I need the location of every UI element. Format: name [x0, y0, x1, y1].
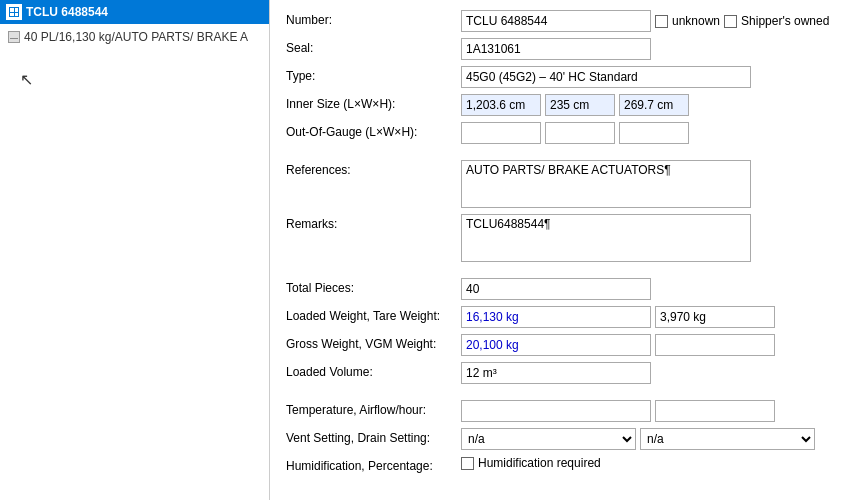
- loaded-weight-controls: [461, 306, 848, 328]
- unknown-checkbox[interactable]: [655, 15, 668, 28]
- total-pieces-label: Total Pieces:: [286, 278, 461, 295]
- remarks-label: Remarks:: [286, 214, 461, 231]
- out-of-gauge-label: Out-Of-Gauge (L×W×H):: [286, 122, 461, 139]
- gross-weight-input[interactable]: [461, 334, 651, 356]
- temperature-controls: [461, 400, 848, 422]
- humidification-row: Humidification, Percentage: Humidificati…: [286, 456, 848, 473]
- unknown-checkbox-wrapper: unknown: [655, 14, 720, 28]
- loaded-weight-row: Loaded Weight, Tare Weight:: [286, 306, 848, 328]
- inner-w-input[interactable]: [545, 94, 615, 116]
- total-pieces-controls: [461, 278, 848, 300]
- seal-input[interactable]: [461, 38, 651, 60]
- gross-weight-controls: [461, 334, 848, 356]
- out-of-gauge-row: Out-Of-Gauge (L×W×H):: [286, 122, 848, 144]
- tree-checkbox: —: [8, 31, 20, 43]
- remarks-controls: TCLU6488544¶: [461, 214, 848, 262]
- loaded-weight-label: Loaded Weight, Tare Weight:: [286, 306, 461, 323]
- gross-weight-label: Gross Weight, VGM Weight:: [286, 334, 461, 351]
- unknown-label: unknown: [672, 14, 720, 28]
- number-label: Number:: [286, 10, 461, 27]
- inner-size-label: Inner Size (L×W×H):: [286, 94, 461, 111]
- inner-l-input[interactable]: [461, 94, 541, 116]
- remarks-row: Remarks: TCLU6488544¶: [286, 214, 848, 262]
- container-icon: [6, 4, 22, 20]
- remarks-textarea[interactable]: TCLU6488544¶: [461, 214, 751, 262]
- gross-weight-row: Gross Weight, VGM Weight:: [286, 334, 848, 356]
- type-label: Type:: [286, 66, 461, 83]
- loaded-volume-row: Loaded Volume:: [286, 362, 848, 384]
- type-row: Type:: [286, 66, 848, 88]
- humidification-checkbox[interactable]: [461, 457, 474, 470]
- loaded-volume-label: Loaded Volume:: [286, 362, 461, 379]
- seal-row: Seal:: [286, 38, 848, 60]
- number-row: Number: unknown Shipper's owned: [286, 10, 848, 32]
- references-textarea[interactable]: AUTO PARTS/ BRAKE ACTUATORS¶: [461, 160, 751, 208]
- out-w-input[interactable]: [545, 122, 615, 144]
- left-panel: TCLU 6488544 — 40 PL/16,130 kg/AUTO PART…: [0, 0, 270, 500]
- cursor: ↖: [0, 50, 269, 109]
- tree-item: — 40 PL/16,130 kg/AUTO PARTS/ BRAKE A: [0, 24, 269, 50]
- loaded-volume-input[interactable]: [461, 362, 651, 384]
- references-controls: AUTO PARTS/ BRAKE ACTUATORS¶: [461, 160, 848, 208]
- humidification-req-label: Humidification required: [478, 456, 601, 470]
- inner-h-input[interactable]: [619, 94, 689, 116]
- seal-controls: [461, 38, 848, 60]
- tree-item-label: 40 PL/16,130 kg/AUTO PARTS/ BRAKE A: [24, 30, 248, 44]
- temperature-row: Temperature, Airflow/hour:: [286, 400, 848, 422]
- vent-select[interactable]: n/a Open Closed: [461, 428, 636, 450]
- container-header: TCLU 6488544: [0, 0, 269, 24]
- drain-select[interactable]: n/a Open Closed: [640, 428, 815, 450]
- inner-size-controls: [461, 94, 848, 116]
- container-title: TCLU 6488544: [26, 5, 108, 19]
- out-of-gauge-controls: [461, 122, 848, 144]
- type-controls: [461, 66, 848, 88]
- seal-label: Seal:: [286, 38, 461, 55]
- loaded-volume-controls: [461, 362, 848, 384]
- total-pieces-row: Total Pieces:: [286, 278, 848, 300]
- humidification-checkbox-wrapper: Humidification required: [461, 456, 601, 470]
- vent-row: Vent Setting, Drain Setting: n/a Open Cl…: [286, 428, 848, 450]
- references-label: References:: [286, 160, 461, 177]
- humidification-controls: Humidification required: [461, 456, 848, 470]
- inner-size-row: Inner Size (L×W×H):: [286, 94, 848, 116]
- vent-label: Vent Setting, Drain Setting:: [286, 428, 461, 445]
- out-h-input[interactable]: [619, 122, 689, 144]
- vgm-weight-input[interactable]: [655, 334, 775, 356]
- temperature-input[interactable]: [461, 400, 651, 422]
- type-input[interactable]: [461, 66, 751, 88]
- temperature-label: Temperature, Airflow/hour:: [286, 400, 461, 417]
- total-pieces-input[interactable]: [461, 278, 651, 300]
- loaded-weight-input[interactable]: [461, 306, 651, 328]
- shippers-owned-checkbox[interactable]: [724, 15, 737, 28]
- tare-weight-input[interactable]: [655, 306, 775, 328]
- right-panel: Number: unknown Shipper's owned Seal:: [270, 0, 864, 500]
- vent-controls: n/a Open Closed n/a Open Closed: [461, 428, 848, 450]
- shippers-owned-label: Shipper's owned: [741, 14, 829, 28]
- number-controls: unknown Shipper's owned: [461, 10, 848, 32]
- shippers-owned-wrapper: Shipper's owned: [724, 14, 829, 28]
- number-input[interactable]: [461, 10, 651, 32]
- humidification-label: Humidification, Percentage:: [286, 456, 461, 473]
- out-l-input[interactable]: [461, 122, 541, 144]
- references-row: References: AUTO PARTS/ BRAKE ACTUATORS¶: [286, 160, 848, 208]
- airflow-input[interactable]: [655, 400, 775, 422]
